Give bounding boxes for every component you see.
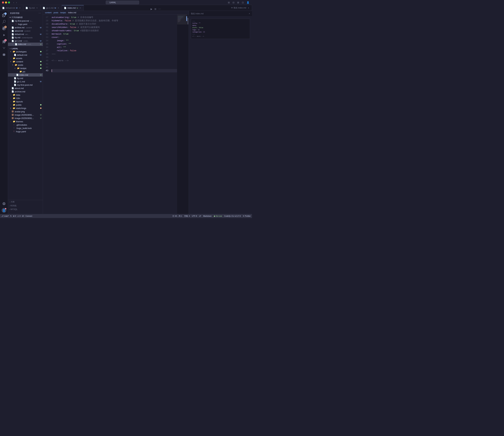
file-default-md[interactable]: 📄 default.md M: [8, 53, 43, 57]
minimize-button[interactable]: [5, 1, 7, 3]
open-editor-item[interactable]: 📄 my-first-post.md c...: [8, 19, 43, 23]
nav-forward-button[interactable]: ›: [16, 1, 18, 4]
folder-icon: 📁: [13, 93, 15, 96]
preview-close-icon[interactable]: ×: [249, 12, 250, 15]
connect-item[interactable]: Connect: [26, 215, 32, 217]
file-go-1-md[interactable]: 📄 go-1.md M: [8, 80, 43, 83]
folder-archetypes[interactable]: ▼ 📂 archetypes: [8, 50, 43, 53]
open-editors-section[interactable]: ▼ 打开的编辑器: [8, 16, 43, 19]
folder-public[interactable]: › 📁 public: [8, 103, 43, 107]
encoding-item[interactable]: UTF-8: [192, 215, 197, 217]
folder-static-imgs[interactable]: ▼ 📂 static/imgs: [8, 107, 43, 110]
scrollbar-thumb[interactable]: [187, 18, 188, 25]
user-avatar[interactable]: 👤: [2, 208, 6, 213]
errors-item[interactable]: ⊗ 0: [13, 215, 16, 217]
open-editor-item-active[interactable]: × 📄 index.md cont... U: [8, 43, 43, 46]
close-button[interactable]: [2, 1, 4, 3]
open-editor-item[interactable]: 📄 archive.md content M: [8, 26, 43, 29]
file-index-md[interactable]: 📄 index.md U: [8, 73, 43, 77]
run-icon[interactable]: ▶: [150, 7, 153, 11]
editor-content[interactable]: 27 28 29 30 31 32 33 34 35 36 37 38 39 4…: [43, 15, 189, 214]
open-editor-item[interactable]: × ! hugo.yaml: [8, 23, 43, 26]
activity-database-icon[interactable]: [1, 52, 7, 58]
tab-close-button[interactable]: ×: [79, 7, 82, 9]
line-ending-item[interactable]: LF: [199, 215, 201, 217]
more-actions-icon[interactable]: ⋯: [158, 7, 161, 11]
file-hugo-yaml[interactable]: ! hugo.yaml: [8, 130, 43, 133]
folder-assets[interactable]: › 📁 assets: [8, 57, 43, 60]
tab-close-button[interactable]: ×: [57, 7, 60, 9]
breadcrumb-content[interactable]: content: [45, 11, 51, 14]
file-avatar-png[interactable]: 🖼 avatar.png: [8, 110, 43, 113]
warnings-label: ⚠ 0: [17, 215, 20, 217]
folder-posts[interactable]: ▼ 📂 posts: [8, 63, 43, 67]
folder-pic[interactable]: › 📁 pic: [8, 70, 43, 73]
file-my-first-post-md[interactable]: 📄 my-first-post.md: [8, 83, 43, 87]
tab-frp-md[interactable]: 📄 frp.md ×: [23, 5, 40, 11]
prettier-item[interactable]: ✦ Prettier: [243, 215, 251, 217]
git-branch-item[interactable]: ⎇ main*: [1, 215, 9, 217]
search-input[interactable]: [106, 1, 139, 4]
folder-data[interactable]: › 📁 data: [8, 93, 43, 97]
file-gitmodules[interactable]: ! .gitmodules: [8, 123, 43, 127]
tab-preview[interactable]: 👁 预览 index.md ×: [229, 5, 252, 11]
tab-default-md[interactable]: 📄 default.md M ×: [0, 5, 23, 11]
nav-back-button[interactable]: ‹: [13, 1, 15, 4]
file-archive-md[interactable]: 📄 archive.md: [8, 90, 43, 93]
go-live-item[interactable]: ◉ Go Live: [214, 215, 222, 217]
file-frp-md[interactable]: 📄 frp.md: [8, 77, 43, 80]
layout-icon-2[interactable]: ⊟: [232, 1, 235, 4]
tab-go-1-md[interactable]: 📄 go-1.md M ×: [40, 5, 62, 11]
code-line-39: [52, 56, 177, 59]
sync-item[interactable]: ↻: [10, 215, 12, 217]
warnings-item[interactable]: ⚠ 0: [17, 215, 20, 217]
codeql-item[interactable]: CodeQL CLI v2.17.0: [224, 215, 241, 217]
spaces-item[interactable]: 空格: 4: [184, 215, 190, 217]
scrollbar-track[interactable]: [187, 15, 189, 214]
breadcrumb-testpic[interactable]: testpic: [60, 11, 66, 14]
sidebar-more-icon[interactable]: ⋯: [38, 12, 41, 15]
folder-themes[interactable]: › 📁 themes: [8, 120, 43, 123]
breadcrumb-posts[interactable]: posts: [54, 11, 58, 14]
sidebar-panel-timeline[interactable]: › 时间线: [8, 204, 43, 208]
open-editor-item[interactable]: 📄 frp.md content/posts: [8, 36, 43, 39]
close-icon[interactable]: ×: [11, 43, 14, 45]
tab-close-button[interactable]: ×: [36, 7, 38, 9]
file-image-1[interactable]: 🖼 image-202503091... U: [8, 113, 43, 117]
folder-content[interactable]: ▼ 📂 content: [8, 60, 43, 63]
folder-i18n[interactable]: › 📁 i18n: [8, 97, 43, 100]
activity-search-icon[interactable]: [1, 19, 7, 25]
split-editor-icon[interactable]: ⊞: [154, 7, 157, 11]
info-item[interactable]: ℹ 0: [22, 215, 24, 217]
activity-explorer-icon[interactable]: [1, 12, 7, 18]
tab-close-button[interactable]: ×: [19, 7, 21, 9]
file-hugo-build-lock[interactable]: ! .hugo_build.lock: [8, 127, 43, 130]
position-item[interactable]: 行 43，列 1: [173, 215, 182, 217]
folder-layouts[interactable]: › 📁 layouts: [8, 100, 43, 103]
activity-settings-icon[interactable]: [1, 201, 7, 207]
open-editor-item[interactable]: 📄 default.md arc... M: [8, 33, 43, 36]
activity-source-control-icon[interactable]: 35: [1, 26, 7, 31]
activity-run-icon[interactable]: [1, 32, 7, 38]
open-editor-item[interactable]: 📄 go-1.md conte... M: [8, 39, 43, 43]
code-line-28: hidemeta: false # 是否隐藏文章的元信息，如发布日期、作者等: [52, 19, 177, 22]
folder-testpic[interactable]: ▼ 📂 testpic: [8, 67, 43, 70]
tab-index-md[interactable]: 📄 index.md U ×: [62, 5, 84, 11]
code-editor[interactable]: autonumbering: true # 目录自动编号 hidemeta: f…: [50, 15, 177, 214]
language-item[interactable]: Markdown: [203, 215, 212, 217]
workspace-section[interactable]: ▼ LHXHL: [8, 47, 43, 50]
maximize-button[interactable]: [8, 1, 10, 3]
activity-test-icon[interactable]: [1, 45, 7, 51]
layout-icon-4[interactable]: ⊡: [241, 1, 244, 4]
layout-icon-1[interactable]: ⊞: [227, 1, 231, 4]
account-icon[interactable]: 👤: [246, 1, 250, 4]
tab-preview-close[interactable]: ×: [247, 7, 250, 9]
spaces-label: 空格: 4: [184, 215, 190, 217]
sidebar-panel-mysql[interactable]: › MYSQL: [8, 208, 43, 211]
activity-extensions-icon[interactable]: 7: [1, 39, 7, 45]
open-editor-item[interactable]: 📄 about.md content: [8, 29, 43, 33]
file-image-2[interactable]: 🖼 image-202503091... U: [8, 117, 43, 120]
sidebar-panel-outline[interactable]: › 大纲: [8, 200, 43, 204]
file-about-md[interactable]: 📄 about.md: [8, 87, 43, 90]
layout-icon-3[interactable]: ⊠: [236, 1, 240, 4]
